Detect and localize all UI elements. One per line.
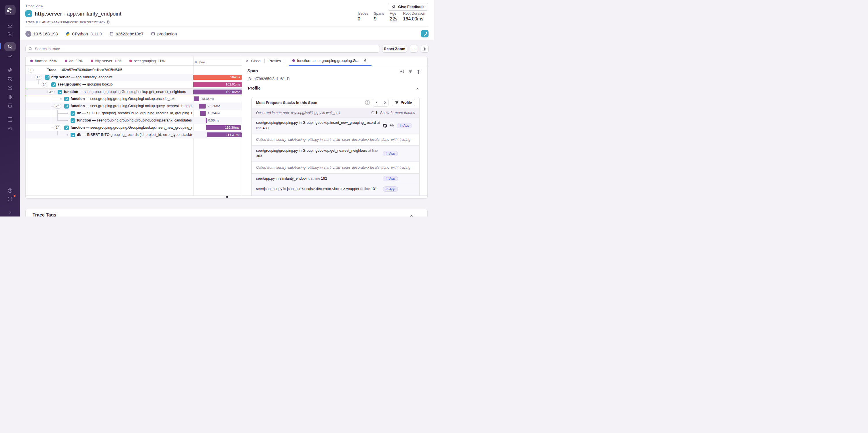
copy-icon[interactable]	[106, 20, 110, 24]
prev-stack-button[interactable]	[373, 99, 381, 106]
duration-bar[interactable]: 162.91ms	[193, 82, 242, 87]
duration-bar[interactable]: 119.30ms	[206, 125, 241, 130]
ops-breakdown-legend: function56%db22%http.server11%seer.group…	[28, 56, 165, 65]
copy-icon[interactable]	[286, 77, 290, 81]
tab-close[interactable]: Close	[245, 59, 260, 63]
reset-zoom-button[interactable]: Reset Zoom	[382, 45, 407, 53]
sidebar-item-broadcast[interactable]	[0, 195, 20, 203]
umbrella-icon[interactable]	[390, 124, 394, 128]
span-row[interactable]: 2^function — seer.grouping.grouping.Grou…	[26, 102, 242, 110]
span-row-label: function — seer.grouping.grouping.Groupi…	[70, 102, 192, 110]
span-project-icon	[64, 104, 69, 109]
stat-value: 22s	[390, 17, 397, 22]
profile-button-label: Profile	[401, 100, 412, 104]
next-stack-button[interactable]	[381, 99, 389, 106]
sidebar-item-traces[interactable]	[0, 52, 20, 61]
span-row[interactable]: 1Trace — 4f2a57ea703840cc9c1bca7d05bf54f…	[26, 66, 242, 74]
span-row[interactable]: 1^seer.grouping — grouping lookup162.91m…	[26, 81, 242, 88]
stack-frame-row[interactable]: seer/grouping/grouping.py in GroupingLoo…	[252, 118, 419, 133]
expand-badge[interactable]: 1^	[41, 82, 49, 87]
trace-waterfall-panel: function56%db22%http.server11%seer.group…	[25, 56, 428, 199]
expand-badge[interactable]: 1^	[35, 75, 42, 80]
profiling-icon[interactable]	[408, 69, 412, 74]
release-icon	[110, 32, 114, 36]
tab-active-span[interactable]: function - seer.grouping.grouping.G…	[289, 56, 372, 66]
duration-bar[interactable]: 162.85ms	[193, 90, 242, 94]
detail-tabs: Close Profiles function - seer.grouping.…	[242, 56, 428, 66]
focus-icon[interactable]	[400, 69, 404, 74]
sidebar-item-feedback[interactable]	[0, 66, 20, 74]
sidebar-item-issues[interactable]	[0, 21, 20, 30]
detail-divider	[242, 56, 242, 195]
drag-handle-icon	[225, 196, 229, 198]
legend-db[interactable]: db22%	[65, 59, 83, 63]
duration-bar[interactable]: 164ms	[193, 75, 242, 80]
give-feedback-button[interactable]: Give Feedback	[388, 3, 428, 11]
more-options-button[interactable]: ⋯	[410, 45, 418, 53]
span-project-icon	[58, 90, 62, 94]
chevron-up-icon[interactable]	[409, 214, 413, 216]
span-row[interactable]: 3^function — seer.grouping.grouping.Grou…	[26, 88, 242, 95]
project-avatar[interactable]	[421, 30, 429, 37]
span-row-label: function — seer.grouping.grouping.Groupi…	[70, 124, 192, 131]
show-more-frames-link[interactable]: Show 11 more frames	[380, 111, 415, 115]
expand-badge[interactable]: 1^	[54, 125, 61, 130]
sidebar-item-releases[interactable]	[0, 101, 20, 110]
legend-seer-grouping[interactable]: seer.grouping11%	[129, 59, 165, 63]
pin-tab-button[interactable]	[362, 58, 368, 64]
span-row-label: seer.grouping — grouping lookup	[58, 81, 192, 88]
help-icon[interactable]: ?	[365, 100, 370, 105]
sidebar-item-stats[interactable]	[0, 115, 20, 124]
trace-id: Trace ID: 4f2a57ea703840cc9c1bca7d05bf54…	[25, 20, 110, 24]
detail-right-border	[427, 65, 427, 195]
called-from-row: Called from: sentry_sdk/tracing_utils.py…	[252, 133, 419, 145]
most-frequent-stacks-card: Most Frequent Stacks in this Span ? Prof…	[251, 97, 420, 199]
panel-resize-handle[interactable]	[26, 195, 427, 199]
duration-bar[interactable]	[200, 111, 206, 116]
github-icon[interactable]	[383, 124, 387, 128]
chevron-up-icon[interactable]	[416, 87, 420, 91]
expand-badge[interactable]: 3^	[47, 90, 55, 94]
meta-environment: production	[151, 32, 177, 36]
tree-connector	[51, 106, 54, 106]
stack-frame-row[interactable]: seer/app.py in similarity_endpoint at li…	[252, 173, 419, 184]
duration-bar[interactable]	[206, 118, 207, 123]
expand-badge[interactable]: 1	[28, 68, 34, 72]
meta-version: 3.11.0	[90, 32, 102, 36]
unknown-os-icon: ?	[25, 31, 31, 37]
tree-connector	[57, 131, 58, 135]
sidebar-item-alerts[interactable]	[0, 84, 20, 92]
stack-frame-row[interactable]: seer/json_api.py in json_api.<locals>.de…	[252, 184, 419, 194]
duration-bar[interactable]	[194, 96, 199, 101]
settings-icon	[5, 124, 15, 133]
feedback-icon	[5, 66, 15, 74]
sidebar-item-collapse[interactable]	[0, 208, 20, 216]
split-panel-icon[interactable]	[416, 69, 421, 74]
stats-icon	[5, 115, 15, 124]
legend-function[interactable]: function56%	[30, 59, 57, 63]
sidebar-item-dashboards[interactable]	[0, 93, 20, 101]
tree-connector	[51, 99, 61, 99]
span-row[interactable]: 1^function — seer.grouping.grouping.Grou…	[26, 124, 242, 131]
span-project-icon	[51, 82, 56, 87]
sidebar-item-sentry-logo[interactable]	[0, 5, 20, 15]
span-row-label: function — seer.grouping.grouping.Groupi…	[70, 95, 192, 102]
open-profile-button[interactable]: Profile	[392, 99, 415, 106]
sidebar-item-help[interactable]	[0, 186, 20, 195]
stat-spans: Spans9	[374, 11, 384, 22]
duration-bar[interactable]: 114.31ms	[207, 132, 242, 137]
span-row[interactable]: 1^http.server — app.similarity_endpoint1…	[26, 74, 242, 81]
trace-settings-button[interactable]	[421, 45, 429, 53]
sidebar-item-explore[interactable]	[0, 42, 20, 51]
expand-badge[interactable]: 2^	[54, 104, 61, 109]
sidebar-item-projects[interactable]	[0, 30, 20, 38]
sidebar-item-settings[interactable]	[0, 124, 20, 133]
axis-topline	[193, 60, 242, 60]
span-row-label: function — seer.grouping.grouping.Groupi…	[64, 88, 192, 96]
duration-bar[interactable]	[199, 104, 206, 109]
sidebar-item-replays[interactable]	[0, 75, 20, 84]
search-input[interactable]	[25, 45, 380, 53]
tab-profiles[interactable]: Profiles	[269, 59, 281, 63]
stack-frame-row[interactable]: seer/grouping/grouping.py in GroupingLoo…	[252, 145, 419, 161]
legend-http-server[interactable]: http.server11%	[91, 59, 121, 63]
